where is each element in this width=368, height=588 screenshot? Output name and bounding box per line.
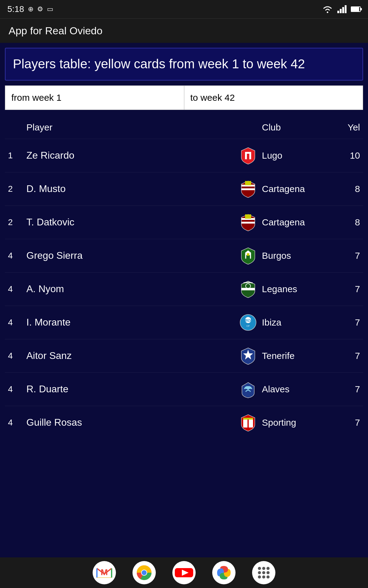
club-name: Alaves: [262, 384, 335, 394]
rank: 4: [8, 284, 26, 294]
app-title: App for Real Oviedo: [9, 25, 102, 37]
svg-point-33: [258, 567, 261, 570]
club-name: Sporting: [262, 417, 335, 428]
sim-icon: ▭: [47, 5, 53, 13]
player-name: Ze Ricardo: [26, 150, 234, 161]
tenerife-crest-icon: [239, 347, 257, 365]
wifi-icon: [322, 5, 333, 13]
players-table: Player Club Yel 1 Ze Ricardo Lugo 10: [0, 116, 368, 439]
chrome-icon: [132, 560, 156, 585]
club-name: Cartagena: [262, 217, 335, 228]
youtube-icon: [172, 560, 196, 585]
burgos-crest-icon: [239, 247, 257, 265]
svg-point-27: [142, 570, 147, 575]
svg-text:IBIZA: IBIZA: [244, 319, 252, 322]
table-row: 2 D. Musto Cartagena 8: [5, 172, 363, 205]
yellow-count: 7: [335, 317, 360, 328]
player-name: D. Musto: [26, 183, 234, 194]
photos-button[interactable]: [212, 560, 236, 585]
svg-rect-3: [342, 7, 344, 13]
player-name: I. Morante: [26, 317, 234, 328]
bottom-nav: M: [0, 557, 368, 588]
svg-point-40: [262, 575, 265, 579]
battery-icon: [351, 6, 361, 12]
rank: 4: [8, 418, 26, 428]
svg-rect-4: [345, 5, 347, 13]
from-week-input[interactable]: [5, 86, 184, 110]
player-name: Aitor Sanz: [26, 350, 234, 361]
yellow-count: 8: [335, 217, 360, 228]
yellow-count: 10: [335, 150, 360, 161]
apps-button[interactable]: [251, 560, 276, 585]
svg-text:M: M: [101, 567, 108, 577]
table-header: Player Club Yel: [5, 116, 363, 139]
club-crest: [234, 247, 262, 265]
rank: 1: [8, 151, 26, 160]
table-row: 4 A. Nyom Leganes 7: [5, 272, 363, 306]
alaves-crest-icon: [239, 380, 257, 398]
gmail-button[interactable]: M: [92, 560, 117, 585]
svg-point-36: [258, 571, 261, 574]
club-name: Cartagena: [262, 184, 335, 194]
svg-point-39: [258, 575, 261, 579]
svg-point-37: [262, 571, 265, 574]
filter-row: [5, 85, 363, 110]
club-crest: [234, 146, 262, 165]
yellow-count: 7: [335, 351, 360, 361]
rank: 4: [8, 318, 26, 327]
lugo-crest-icon: [239, 146, 257, 165]
gmail-icon: M: [92, 560, 117, 585]
svg-rect-8: [241, 188, 255, 190]
club-name: Lugo: [262, 150, 335, 161]
app-bar: App for Real Oviedo: [0, 18, 368, 43]
club-name: Burgos: [262, 251, 335, 261]
club-crest: IBIZA CF: [234, 313, 262, 332]
table-row: 4 R. Duarte Alaves 7: [5, 372, 363, 406]
svg-rect-10: [241, 222, 255, 224]
leganes-crest-icon: [239, 280, 257, 298]
main-content: Players table: yellow cards from week 1 …: [0, 43, 368, 557]
chrome-button[interactable]: [132, 560, 156, 585]
yellow-count: 7: [335, 384, 360, 394]
header-card: Players table: yellow cards from week 1 …: [5, 48, 363, 81]
table-row: 1 Ze Ricardo Lugo 10: [5, 139, 363, 172]
player-name: T. Datkovic: [26, 217, 234, 228]
svg-point-41: [266, 575, 270, 579]
cartagena-crest2-icon: [239, 213, 257, 232]
player-name: Guille Rosas: [26, 417, 234, 428]
settings-icon: ⚙: [37, 5, 43, 13]
club-crest: [234, 180, 262, 198]
svg-rect-2: [340, 9, 342, 13]
club-name: Leganes: [262, 284, 335, 294]
club-crest: [234, 280, 262, 298]
svg-point-35: [266, 567, 270, 570]
svg-rect-12: [247, 253, 249, 256]
table-row: 4 Aitor Sanz Tenerife 7: [5, 339, 363, 372]
location-icon: ⊕: [28, 5, 33, 13]
col-yel-header: Yel: [335, 122, 360, 133]
to-week-input[interactable]: [184, 86, 363, 110]
youtube-button[interactable]: [172, 560, 196, 585]
sporting-crest-icon: [239, 413, 257, 432]
ibiza-crest-icon: IBIZA CF: [239, 313, 257, 332]
club-name: Tenerife: [262, 351, 335, 361]
rank: 4: [8, 351, 26, 361]
yellow-count: 8: [335, 184, 360, 194]
apps-icon: [251, 560, 276, 585]
rank: 4: [8, 384, 26, 394]
club-name: Ibiza: [262, 317, 335, 328]
rank: 2: [8, 184, 26, 194]
player-name: R. Duarte: [26, 383, 234, 395]
svg-rect-7: [245, 152, 251, 154]
player-name: A. Nyom: [26, 283, 234, 295]
table-row: 4 Grego Sierra Burgos 7: [5, 239, 363, 272]
svg-point-0: [327, 12, 328, 13]
yellow-count: 7: [335, 417, 360, 428]
club-crest: [234, 213, 262, 232]
yellow-count: 7: [335, 284, 360, 294]
signal-icon: [337, 5, 347, 13]
svg-rect-1: [337, 11, 339, 13]
rank: 2: [8, 217, 26, 227]
status-time: 5:18: [7, 4, 24, 14]
club-crest: [234, 380, 262, 398]
